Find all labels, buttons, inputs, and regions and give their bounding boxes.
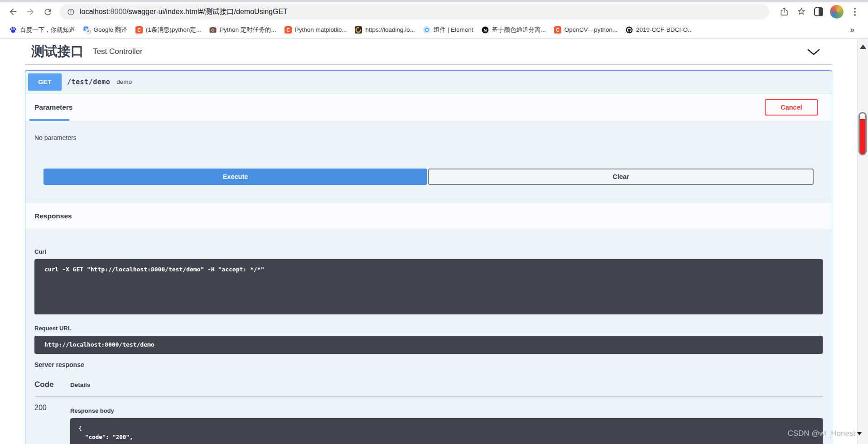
parameters-header: Parameters Cancel bbox=[25, 93, 832, 121]
bookmark-csdn-python[interactable]: C (1条消息)python定... bbox=[131, 24, 205, 36]
response-details: Response body { "code": "200", bbox=[70, 403, 823, 444]
reload-button[interactable] bbox=[39, 3, 56, 20]
csdn-icon: C bbox=[554, 26, 561, 34]
browser-menu-button[interactable] bbox=[846, 3, 863, 20]
active-tab-underline bbox=[29, 119, 69, 121]
bookmark-label: 2019-CCF-BDCI-O... bbox=[636, 26, 693, 33]
opblock-summary[interactable]: GET /test/demo demo bbox=[25, 71, 832, 93]
address-bar[interactable]: localhost:8000/swagger-ui/index.html#/测试… bbox=[60, 4, 769, 19]
google-translate-icon: 文A bbox=[83, 26, 91, 34]
baidu-paw-icon bbox=[10, 26, 17, 34]
bookmark-label: Google 翻译 bbox=[94, 26, 127, 34]
forward-arrow-icon bbox=[25, 7, 35, 17]
parameters-body: No parameters Execute Clear bbox=[25, 121, 832, 202]
tag-subtitle: Test Controller bbox=[93, 47, 143, 56]
api-tag-header[interactable]: 测试接口 Test Controller bbox=[25, 39, 832, 65]
response-status-code: 200 bbox=[34, 403, 70, 444]
chevron-down-icon[interactable] bbox=[807, 48, 820, 55]
svg-text:A: A bbox=[87, 29, 89, 33]
bookmark-matplotlib[interactable]: C Python matplotlib... bbox=[280, 24, 351, 36]
github-icon bbox=[626, 26, 633, 34]
clear-button[interactable]: Clear bbox=[428, 169, 814, 185]
endpoint-summary: demo bbox=[116, 78, 132, 85]
bookmark-github-ccf[interactable]: 2019-CCF-BDCI-O... bbox=[622, 24, 697, 36]
share-icon bbox=[779, 7, 789, 17]
bookmark-label: Python matplotlib... bbox=[295, 26, 347, 33]
csdn-icon: C bbox=[285, 26, 292, 34]
browser-toolbar: localhost:8000/swagger-ui/index.html#/测试… bbox=[0, 2, 868, 21]
responses-body: Curl curl -X GET "http://localhost:8000/… bbox=[25, 230, 832, 444]
scroll-up-arrow-icon[interactable] bbox=[860, 41, 866, 49]
camera-icon bbox=[209, 26, 217, 34]
bookmark-label: 基于颜色通道分离... bbox=[492, 26, 546, 34]
bookmark-python-task[interactable]: Python 定时任务的... bbox=[205, 24, 280, 36]
response-body-json[interactable]: { "code": "200", bbox=[70, 418, 823, 444]
json-line: { bbox=[78, 425, 815, 433]
bookmark-label: OpenCV—python... bbox=[564, 26, 617, 33]
json-line: "code": "200", bbox=[78, 433, 815, 442]
curl-label: Curl bbox=[34, 248, 823, 255]
caret-down-icon bbox=[857, 432, 862, 438]
method-badge: GET bbox=[28, 73, 62, 91]
responses-table: Code Details 200 Response body { "code":… bbox=[34, 374, 823, 444]
tag-title: 测试接口 bbox=[31, 43, 84, 61]
profile-avatar[interactable] bbox=[830, 5, 844, 19]
bookmark-star-button[interactable] bbox=[793, 3, 810, 20]
watermark-text: CSDN @wl_Honest bbox=[787, 429, 855, 438]
execute-button[interactable]: Execute bbox=[43, 169, 427, 185]
bookmark-opencv[interactable]: C OpenCV—python... bbox=[550, 24, 622, 36]
svg-text:C: C bbox=[556, 28, 559, 33]
bookmark-label: (1条消息)python定... bbox=[146, 26, 201, 34]
svg-text:N: N bbox=[483, 27, 487, 32]
site-info-icon[interactable] bbox=[67, 8, 75, 16]
bookmark-label: Python 定时任务的... bbox=[220, 26, 276, 34]
swagger-content: 测试接口 Test Controller GET /test/demo demo… bbox=[25, 39, 832, 444]
bookmarks-bar: 百度一下，你就知道 文A Google 翻译 C (1条消息)python定..… bbox=[0, 21, 868, 39]
opblock-get: GET /test/demo demo Parameters Cancel No… bbox=[25, 70, 832, 444]
reload-icon bbox=[43, 7, 53, 17]
bookmark-loading-io[interactable]: https://loading.io... bbox=[351, 24, 419, 36]
responses-title: Responses bbox=[34, 212, 72, 220]
share-button[interactable] bbox=[776, 3, 793, 20]
star-icon bbox=[796, 7, 806, 17]
scrollbar[interactable] bbox=[857, 39, 868, 444]
bookmark-element[interactable]: 组件 | Element bbox=[419, 24, 477, 36]
bookmark-label: 组件 | Element bbox=[434, 26, 473, 34]
url-host: localhost bbox=[80, 8, 108, 15]
parameters-tab[interactable]: Parameters bbox=[34, 103, 72, 111]
bookmark-color-channel[interactable]: N 基于颜色通道分离... bbox=[477, 24, 550, 36]
url-port: :8000 bbox=[108, 8, 126, 15]
curl-command-block[interactable]: curl -X GET "http://localhost:8000/test/… bbox=[34, 259, 823, 314]
request-url-value: http://localhost:8000/test/demo bbox=[34, 336, 823, 354]
responses-table-header: Code Details bbox=[34, 374, 823, 397]
scrollbar-thumb[interactable] bbox=[858, 112, 867, 155]
no-parameters-text: No parameters bbox=[34, 134, 823, 141]
url-text: localhost:8000/swagger-ui/index.html#/测试… bbox=[80, 7, 288, 17]
bookmarks-overflow-chevron[interactable]: » bbox=[848, 25, 857, 34]
bookmark-baidu[interactable]: 百度一下，你就知道 bbox=[5, 24, 79, 36]
back-arrow-icon bbox=[8, 7, 18, 17]
cancel-button[interactable]: Cancel bbox=[765, 99, 818, 116]
bookmark-label: 百度一下，你就知道 bbox=[20, 26, 75, 34]
bookmark-google-translate[interactable]: 文A Google 翻译 bbox=[79, 24, 131, 36]
endpoint-path: /test/demo bbox=[67, 78, 110, 86]
request-url-label: Request URL bbox=[34, 325, 823, 332]
response-body-label: Response body bbox=[70, 403, 823, 414]
side-panel-button[interactable] bbox=[810, 3, 827, 20]
svg-text:C: C bbox=[137, 28, 140, 33]
back-button[interactable] bbox=[5, 3, 22, 20]
side-panel-icon bbox=[814, 7, 823, 16]
loading-io-icon bbox=[355, 26, 362, 34]
response-row: 200 Response body { "code": "200", bbox=[34, 397, 823, 444]
details-column-header: Details bbox=[70, 380, 90, 389]
forward-button[interactable] bbox=[22, 3, 39, 20]
bookmark-label: https://loading.io... bbox=[365, 26, 415, 33]
responses-header: Responses bbox=[25, 202, 832, 230]
n-badge-icon: N bbox=[482, 26, 489, 34]
browser-window: localhost:8000/swagger-ui/index.html#/测试… bbox=[0, 0, 868, 444]
code-column-header: Code bbox=[34, 380, 70, 389]
csdn-icon: C bbox=[135, 26, 143, 34]
three-dots-icon bbox=[854, 11, 856, 13]
csdn-watermark: CSDN @wl_Honest bbox=[787, 429, 862, 438]
url-path: /swagger-ui/index.html#/测试接口/demoUsingGE… bbox=[126, 8, 288, 15]
